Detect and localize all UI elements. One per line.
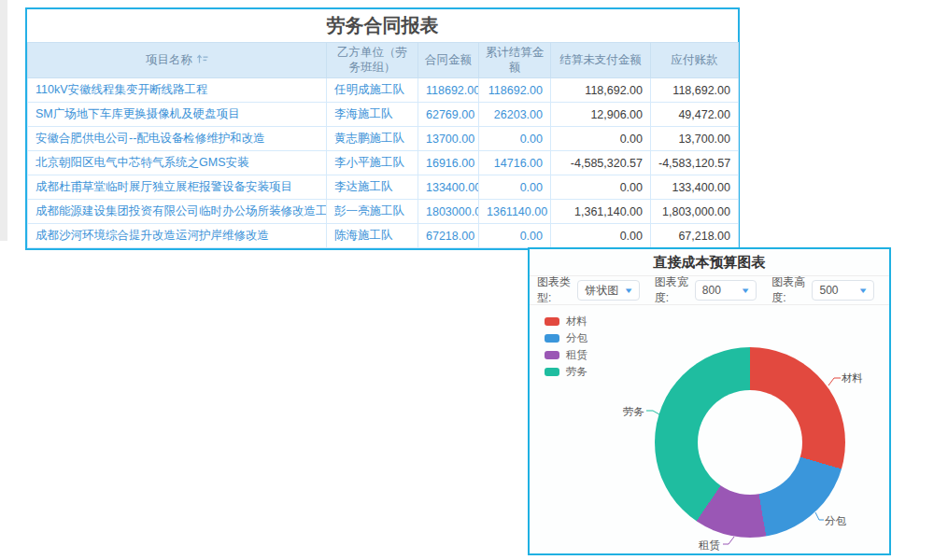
cell-contract_amount[interactable]: 1803000.00: [418, 200, 479, 224]
column-header-contract-amount: 合同金额: [418, 43, 479, 78]
chart-width-value: 800: [702, 284, 721, 297]
table-row: 成都能源建设集团投资有限公司临时办公场所装修改造工程EPC彭一亮施工队18030…: [28, 200, 739, 224]
cell-project[interactable]: 成都能源建设集团投资有限公司临时办公场所装修改造工程EPC: [28, 200, 327, 224]
cell-project[interactable]: 安徽合肥供电公司--配电设备检修维护和改造: [28, 127, 327, 151]
cell-unit[interactable]: 陈海施工队: [327, 224, 418, 248]
column-header-payable: 应付账款: [651, 43, 739, 78]
chart-toolbar: 图表类型: 饼状图 ▼ 图表宽度: 800 ▼ 图表高度: 500 ▼: [530, 276, 889, 305]
cell-contract_amount[interactable]: 133400.00: [418, 175, 479, 200]
chart-width-label: 图表宽度:: [655, 274, 690, 306]
cell-payable: 133,400.00: [651, 175, 739, 200]
cell-payable: 49,472.00: [651, 103, 739, 127]
cell-unit[interactable]: 李海施工队: [327, 103, 418, 127]
cell-project[interactable]: 北京朝阳区电气中芯特气系统之GMS安装: [28, 151, 327, 175]
legend-item[interactable]: 材料: [545, 313, 587, 329]
legend-item[interactable]: 劳务: [545, 363, 587, 380]
cell-project[interactable]: 成都杜甫草堂临时展厅独立展柜报警设备安装项目: [28, 175, 327, 200]
report-title: 劳务合同报表: [27, 9, 738, 42]
cell-unpaid_amount: -4,585,320.57: [551, 151, 651, 175]
chevron-down-icon: ▼: [623, 287, 633, 295]
report-table: 项目名称 乙方单位（劳务班组） 合同金额 累计结算金额 结算未支付金额 应付账款…: [27, 42, 739, 248]
cell-contract_amount[interactable]: 118692.00: [418, 78, 479, 103]
report-table-body: 110kV安徽线程集变开断线路工程任明成施工队118692.00118692.0…: [28, 78, 739, 248]
chart-height-select[interactable]: 500 ▼: [812, 280, 874, 301]
table-row: 北京朝阳区电气中芯特气系统之GMS安装李小平施工队16916.0014716.0…: [28, 151, 739, 175]
cell-settled_amount[interactable]: 0.00: [479, 127, 551, 151]
slice-label-labor: 劳务: [623, 405, 644, 419]
legend-item[interactable]: 租赁: [545, 346, 587, 363]
cell-settled_amount[interactable]: 0.00: [479, 224, 551, 248]
column-header-unit: 乙方单位（劳务班组）: [327, 43, 418, 78]
slice-label-material: 材料: [842, 371, 863, 385]
cell-unpaid_amount: 0.00: [551, 224, 651, 248]
cell-unit[interactable]: 李小平施工队: [327, 151, 418, 175]
cell-unit[interactable]: 彭一亮施工队: [327, 200, 418, 224]
cell-payable: -4,583,120.57: [651, 151, 739, 175]
chart-width-select[interactable]: 800 ▼: [695, 280, 757, 301]
cell-contract_amount[interactable]: 67218.00: [418, 224, 479, 248]
legend-label: 分包: [566, 331, 587, 345]
cell-unpaid_amount: 0.00: [551, 127, 651, 151]
column-header-unpaid-amount: 结算未支付金额: [551, 43, 651, 78]
cell-unpaid_amount: 12,906.00: [551, 103, 651, 127]
cell-settled_amount[interactable]: 26203.00: [479, 103, 551, 127]
cell-payable: 67,218.00: [651, 224, 739, 248]
cell-contract_amount[interactable]: 13700.00: [418, 127, 479, 151]
cell-unpaid_amount: 118,692.00: [551, 78, 651, 103]
legend-swatch: [545, 334, 559, 343]
cell-payable: 13,700.00: [651, 127, 739, 151]
cell-settled_amount[interactable]: 0.00: [479, 175, 551, 200]
chart-area: 材料分包租赁劳务 材料 分包 租赁 劳务: [530, 305, 889, 555]
cell-unit[interactable]: 黄志鹏施工队: [327, 127, 418, 151]
donut-hole: [698, 390, 802, 495]
cell-project[interactable]: 成都沙河环境综合提升改造运河护岸维修改造: [28, 224, 327, 248]
cell-settled_amount[interactable]: 118692.00: [479, 78, 551, 103]
table-row: 安徽合肥供电公司--配电设备检修维护和改造黄志鹏施工队13700.000.000…: [28, 127, 739, 151]
chart-title: 直接成本预算图表: [530, 249, 889, 276]
chart-type-value: 饼状图: [585, 283, 618, 299]
cell-contract_amount[interactable]: 16916.00: [418, 151, 479, 175]
chart-height-label: 图表高度:: [771, 274, 807, 306]
page-left-gutter: [0, 0, 7, 241]
cell-project[interactable]: 110kV安徽线程集变开断线路工程: [28, 78, 327, 103]
chevron-down-icon: ▼: [857, 287, 868, 295]
cell-unit[interactable]: 任明成施工队: [327, 78, 418, 103]
table-row: 成都杜甫草堂临时展厅独立展柜报警设备安装项目李达施工队133400.000.00…: [28, 175, 739, 200]
column-header-project[interactable]: 项目名称: [28, 43, 327, 78]
cell-payable: 1,803,000.00: [651, 200, 739, 224]
chevron-down-icon: ▼: [741, 287, 751, 295]
cell-unit[interactable]: 李达施工队: [327, 175, 418, 200]
legend-label: 劳务: [566, 365, 587, 379]
slice-label-lease: 租赁: [699, 539, 720, 553]
legend-label: 租赁: [566, 348, 587, 362]
legend-swatch: [545, 351, 559, 359]
cell-settled_amount[interactable]: 14716.00: [479, 151, 551, 175]
legend-label: 材料: [566, 315, 587, 329]
labor-contract-report-panel: 劳务合同报表 项目名称 乙方单位（劳务班组） 合同金额 累计结算金额 结算未支付…: [25, 7, 740, 250]
cell-unpaid_amount: 0.00: [551, 175, 651, 200]
header-row: 项目名称 乙方单位（劳务班组） 合同金额 累计结算金额 结算未支付金额 应付账款: [28, 43, 739, 78]
column-header-settled-amount: 累计结算金额: [479, 43, 551, 78]
table-row: SM广场地下车库更换摄像机及硬盘项目李海施工队62769.0026203.001…: [28, 103, 739, 127]
slice-label-subcontract: 分包: [825, 514, 846, 528]
sort-icon[interactable]: [196, 54, 208, 64]
chart-type-select[interactable]: 饼状图 ▼: [577, 280, 640, 301]
legend-swatch: [545, 317, 559, 326]
cell-unpaid_amount: 1,361,140.00: [551, 200, 651, 224]
chart-legend: 材料分包租赁劳务: [545, 313, 587, 380]
legend-swatch: [545, 368, 559, 376]
chart-type-label: 图表类型:: [537, 274, 573, 306]
cost-budget-chart-panel: 直接成本预算图表 图表类型: 饼状图 ▼ 图表宽度: 800 ▼ 图表高度: 5…: [528, 247, 891, 555]
cell-settled_amount[interactable]: 1361140.00: [479, 200, 551, 224]
cell-project[interactable]: SM广场地下车库更换摄像机及硬盘项目: [28, 103, 327, 127]
cell-contract_amount[interactable]: 62769.00: [418, 103, 479, 127]
cell-payable: 118,692.00: [651, 78, 739, 103]
legend-item[interactable]: 分包: [545, 329, 587, 346]
table-row: 成都沙河环境综合提升改造运河护岸维修改造陈海施工队67218.000.000.0…: [28, 224, 739, 248]
table-row: 110kV安徽线程集变开断线路工程任明成施工队118692.00118692.0…: [28, 78, 739, 103]
chart-height-value: 500: [819, 284, 838, 297]
